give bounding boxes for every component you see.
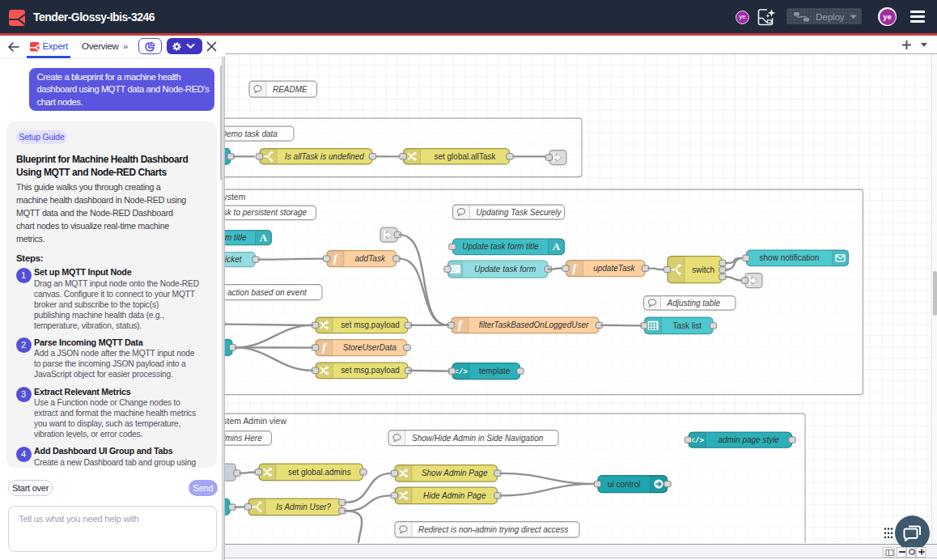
svg-text:Show Admin Page: Show Admin Page bbox=[422, 469, 488, 477]
svg-text:icket: icket bbox=[225, 255, 243, 264]
svg-text:Update task form title: Update task form title bbox=[462, 242, 539, 251]
svg-text:</>: </> bbox=[454, 367, 468, 376]
svg-text:Is allTask is undefined: Is allTask is undefined bbox=[285, 152, 364, 161]
svg-text:README: README bbox=[273, 85, 307, 94]
svg-text:</>: </> bbox=[690, 436, 704, 445]
svg-text:Show/Hide Admin in Side Naviga: Show/Hide Admin in Side Navigation bbox=[412, 434, 544, 443]
svg-text:A: A bbox=[553, 240, 561, 252]
svg-text:Task Management System Admin v: Task Management System Admin view bbox=[225, 417, 286, 426]
svg-text:set msg.payload: set msg.payload bbox=[341, 320, 400, 329]
svg-text:Updating Task Securely: Updating Task Securely bbox=[477, 208, 562, 217]
svg-text:Save task to persistent storag: Save task to persistent storage bbox=[225, 208, 307, 217]
svg-text:set global.admins: set global.admins bbox=[288, 468, 351, 477]
svg-text:m title: m title bbox=[225, 232, 247, 241]
svg-text:Adjusting table: Adjusting table bbox=[666, 299, 720, 308]
svg-text:admin page style: admin page style bbox=[718, 435, 779, 444]
svg-text:updateTask: updateTask bbox=[593, 264, 635, 273]
svg-text:Is Admin User?: Is Admin User? bbox=[276, 503, 331, 511]
svg-text:switch: switch bbox=[692, 265, 714, 274]
svg-text:Manage Admins Here: Manage Admins Here bbox=[225, 434, 262, 443]
svg-text:Hide Admin Page: Hide Admin Page bbox=[423, 491, 486, 500]
svg-text:Take action based on event: Take action based on event bbox=[225, 288, 307, 297]
svg-text:A: A bbox=[260, 231, 268, 244]
svg-text:Task list: Task list bbox=[672, 321, 702, 330]
svg-text:Task Management System: Task Management System bbox=[225, 192, 246, 201]
svg-text:ui control: ui control bbox=[608, 480, 641, 489]
svg-text:Demo task data: Demo task data bbox=[225, 129, 278, 138]
svg-text:Redirect is non-admin trying d: Redirect is non-admin trying direct acce… bbox=[418, 525, 568, 534]
svg-text:filterTaskBasedOnLoggedUser: filterTaskBasedOnLoggedUser bbox=[479, 320, 589, 329]
svg-text:Update task form: Update task form bbox=[474, 265, 536, 274]
svg-text:set global.allTask: set global.allTask bbox=[434, 152, 495, 161]
svg-text:StoreUserData: StoreUserData bbox=[343, 343, 396, 352]
svg-text:show notification: show notification bbox=[760, 253, 820, 262]
svg-text:addTask: addTask bbox=[355, 254, 386, 263]
svg-text:template: template bbox=[479, 367, 511, 375]
svg-text:set msg.payload: set msg.payload bbox=[341, 366, 400, 375]
